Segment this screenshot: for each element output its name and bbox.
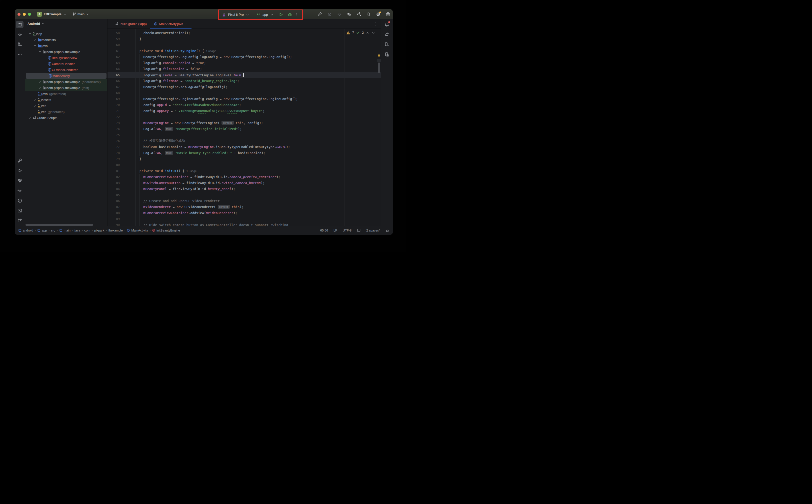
file-lock[interactable] bbox=[385, 229, 389, 232]
project-view-header[interactable]: Android bbox=[25, 19, 107, 28]
line-number[interactable]: 82 bbox=[107, 175, 120, 179]
line-number[interactable]: 58 bbox=[107, 31, 120, 35]
chevron-down-icon[interactable] bbox=[246, 13, 249, 17]
editor-scrollbar-thumb[interactable] bbox=[378, 63, 380, 73]
tree-item-mainactivity[interactable]: CMainActivity bbox=[26, 73, 107, 79]
build-hammer-icon[interactable] bbox=[16, 157, 23, 164]
search-icon[interactable] bbox=[366, 12, 371, 17]
version-control-icon[interactable] bbox=[16, 217, 23, 224]
more-run-options-kebab-icon[interactable] bbox=[294, 13, 298, 17]
line-number[interactable]: 66 bbox=[107, 79, 120, 83]
line-number[interactable]: 84 bbox=[107, 187, 120, 191]
line-number[interactable]: 83 bbox=[107, 181, 120, 185]
tree-item-glvideorenderer[interactable]: CGLVideoRenderer bbox=[25, 67, 107, 73]
breadcrumb-com[interactable]: com bbox=[84, 229, 90, 232]
breadcrumb-pixpark[interactable]: pixpark bbox=[94, 229, 104, 232]
run-configuration-selector[interactable]: app bbox=[263, 13, 268, 17]
chevron-down-icon[interactable] bbox=[270, 13, 273, 17]
line-number[interactable]: 69 bbox=[107, 97, 120, 101]
file-encoding[interactable]: UTF-8 bbox=[343, 229, 351, 232]
attach-debugger-icon[interactable] bbox=[347, 12, 351, 17]
code-line-86[interactable]: 86 // Create and add OpenGL video render… bbox=[107, 198, 381, 204]
tree-chevron-icon[interactable] bbox=[33, 38, 37, 42]
breadcrumb-fbexample[interactable]: fbexample bbox=[108, 229, 123, 232]
build-hammer-icon[interactable] bbox=[317, 12, 322, 17]
running-devices-icon[interactable] bbox=[383, 51, 391, 58]
code-editor[interactable]: 58 checkCameraPermission();59 }6061 priv… bbox=[107, 29, 381, 226]
indent-style[interactable]: 2 spaces* bbox=[366, 229, 380, 232]
line-number[interactable]: 64 bbox=[107, 67, 120, 71]
code-line-81[interactable]: 81 private void initUI() { 1 usage bbox=[107, 168, 381, 174]
line-number[interactable]: 80 bbox=[107, 163, 120, 167]
tree-item-java[interactable]: java bbox=[25, 43, 107, 49]
code-line-70[interactable]: 70 config.appId = "dddb24155fd045ab9c2d8… bbox=[107, 102, 381, 108]
rerun-disabled-icon[interactable] bbox=[327, 12, 332, 17]
line-number[interactable]: 68 bbox=[107, 91, 120, 95]
device-selector[interactable]: Pixel 8 Pro bbox=[228, 13, 244, 17]
tree-item-assets[interactable]: assets bbox=[25, 97, 107, 103]
tree-chevron-icon[interactable] bbox=[33, 44, 37, 48]
line-number[interactable]: 78 bbox=[107, 151, 120, 155]
code-line-65[interactable]: 65 logConfig.level = BeautyEffectEngine.… bbox=[107, 72, 381, 78]
project-selector[interactable]: A FBExample bbox=[37, 12, 67, 17]
tree-item-com-pixpark-fbexample[interactable]: com.pixpark.fbexample(androidTest) bbox=[25, 79, 107, 85]
editor-tab-build-gradle-app-[interactable]: build.gradle (:app) bbox=[111, 19, 150, 29]
run-play-icon[interactable] bbox=[16, 167, 23, 174]
code-line-82[interactable]: 82 mCameraPreviewContainer = findViewByI… bbox=[107, 174, 381, 180]
problems-icon[interactable] bbox=[16, 197, 23, 204]
project-folder-icon[interactable] bbox=[16, 21, 23, 28]
code-line-90[interactable]: 90 // Hide switch camera button as Camer… bbox=[107, 222, 381, 226]
line-number[interactable]: 67 bbox=[107, 85, 120, 89]
commit-icon[interactable] bbox=[16, 31, 23, 38]
line-number[interactable]: 87 bbox=[107, 205, 120, 209]
tree-item-res[interactable]: res(generated) bbox=[25, 109, 107, 115]
line-number[interactable]: 74 bbox=[107, 127, 120, 131]
line-number[interactable]: 81 bbox=[107, 169, 120, 173]
line-number[interactable]: 89 bbox=[107, 217, 120, 221]
code-line-63[interactable]: 63 logConfig.consoleEnabled = true; bbox=[107, 60, 381, 66]
breadcrumb-mainactivity[interactable]: CMainActivity bbox=[127, 229, 148, 232]
tree-chevron-icon[interactable] bbox=[33, 104, 37, 108]
minimize-window-button[interactable] bbox=[23, 13, 26, 16]
close-window-button[interactable] bbox=[17, 13, 21, 16]
tree-item-res[interactable]: res bbox=[25, 103, 107, 109]
line-number[interactable]: 60 bbox=[107, 43, 120, 47]
code-line-69[interactable]: 69 BeautyEffectEngine.EngineConfig confi… bbox=[107, 96, 381, 102]
app-quality-insights-icon[interactable] bbox=[16, 177, 23, 184]
code-line-89[interactable]: 89 bbox=[107, 216, 381, 222]
code-line-83[interactable]: 83 mSwitchCameraButton = findViewById(R.… bbox=[107, 180, 381, 186]
code-line-75[interactable]: 75 bbox=[107, 132, 381, 138]
line-number[interactable]: 79 bbox=[107, 157, 120, 161]
tree-chevron-icon[interactable] bbox=[37, 50, 43, 54]
code-line-85[interactable]: 85 bbox=[107, 192, 381, 198]
code-line-66[interactable]: 66 logConfig.fileName = "android_beauty_… bbox=[107, 78, 381, 84]
error-stripe[interactable] bbox=[377, 29, 381, 226]
tree-item-java[interactable]: java(generated) bbox=[25, 91, 107, 97]
tree-chevron-icon[interactable] bbox=[37, 86, 43, 90]
tree-item-beautypanelview[interactable]: CBeautyPanelView bbox=[25, 55, 107, 61]
gradle-icon[interactable] bbox=[383, 31, 391, 38]
breadcrumb-initbeautyengine[interactable]: minitBeautyEngine bbox=[152, 229, 180, 232]
code-line-78[interactable]: 78 Log.d(TAG, msg: "Basic beauty type en… bbox=[107, 150, 381, 156]
line-number[interactable]: 70 bbox=[107, 103, 120, 107]
profiler-disabled-icon[interactable] bbox=[337, 12, 341, 17]
prev-problem-chevron-icon[interactable] bbox=[366, 31, 369, 35]
tab-options-kebab-icon[interactable] bbox=[373, 19, 377, 29]
code-line-87[interactable]: 87 mVideoRenderer = new GLVideoRenderer(… bbox=[107, 204, 381, 210]
code-line-79[interactable]: 79 } bbox=[107, 156, 381, 162]
line-number[interactable]: 88 bbox=[107, 211, 120, 215]
account-icon[interactable] bbox=[386, 12, 390, 17]
logcat-icon[interactable] bbox=[16, 187, 23, 194]
code-line-58[interactable]: 58 checkCameraPermission(); bbox=[107, 30, 381, 36]
more-icon[interactable] bbox=[16, 51, 23, 58]
code-line-76[interactable]: 76 // 检查引擎是否初始化成功 bbox=[107, 138, 381, 144]
line-number[interactable]: 63 bbox=[107, 61, 120, 65]
line-separator[interactable]: LF bbox=[333, 229, 337, 232]
tree-item-com-pixpark-fbexample[interactable]: com.pixpark.fbexample(test) bbox=[25, 85, 107, 91]
code-line-71[interactable]: 71 config.appKey = "-VINb6KRgm5ROMR6DlaI… bbox=[107, 108, 381, 114]
breadcrumb-app[interactable]: app bbox=[37, 229, 47, 232]
line-number[interactable]: 65 bbox=[107, 73, 120, 77]
tree-chevron-icon[interactable] bbox=[27, 32, 33, 36]
line-number[interactable]: 62 bbox=[107, 55, 120, 59]
project-tree-hscrollbar[interactable] bbox=[25, 224, 93, 226]
